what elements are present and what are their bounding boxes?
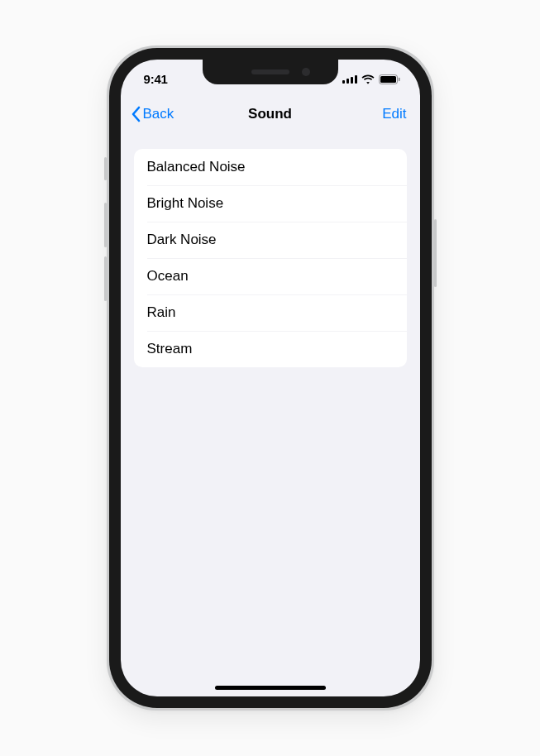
front-camera [302,68,310,76]
svg-rect-6 [399,77,399,81]
list-item[interactable]: Dark Noise [134,222,407,258]
nav-bar: Back Sound Edit [121,96,420,132]
wifi-icon [361,74,375,84]
power-button [434,219,437,287]
cellular-icon [342,74,357,84]
list-item[interactable]: Stream [134,331,407,367]
home-indicator[interactable] [215,686,326,690]
screen: 9:41 [121,60,420,696]
list-item-label: Rain [147,304,176,321]
content-area: Balanced Noise Bright Noise Dark Noise O… [121,132,420,367]
status-icons [342,74,400,84]
list-item-label: Stream [147,341,193,357]
svg-rect-1 [346,79,349,84]
list-item[interactable]: Rain [134,294,407,331]
svg-rect-0 [342,80,345,84]
list-item-label: Balanced Noise [147,159,246,175]
list-item[interactable]: Balanced Noise [134,149,407,185]
list-item[interactable]: Ocean [134,258,407,294]
status-time: 9:41 [144,72,168,86]
volume-up-button [104,203,107,247]
sounds-list: Balanced Noise Bright Noise Dark Noise O… [134,149,407,367]
chevron-left-icon [131,106,141,122]
speaker-grille [251,69,289,74]
back-button[interactable]: Back [131,106,174,122]
svg-rect-3 [355,75,357,84]
battery-icon [379,74,400,84]
list-item[interactable]: Bright Noise [134,185,407,222]
list-item-label: Bright Noise [147,195,224,212]
list-item-label: Ocean [147,268,189,285]
list-item-label: Dark Noise [147,232,217,248]
silence-switch [104,157,107,180]
phone-frame: 9:41 [109,48,432,708]
edit-button[interactable]: Edit [382,106,409,122]
svg-rect-2 [351,77,353,84]
back-label: Back [143,106,174,122]
phone-device: 9:41 [107,45,434,711]
notch [203,60,338,84]
svg-rect-5 [380,76,396,83]
volume-down-button [104,256,107,301]
